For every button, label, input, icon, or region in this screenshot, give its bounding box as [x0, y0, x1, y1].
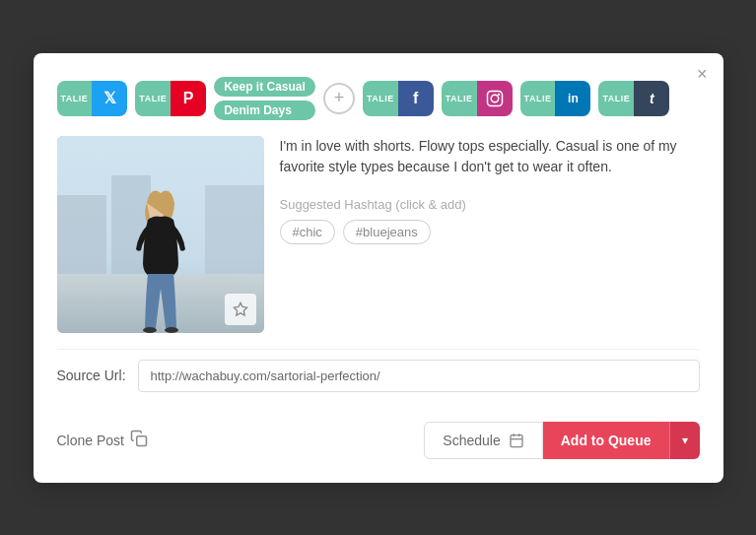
- calendar-icon: [509, 433, 524, 448]
- star-button[interactable]: [225, 294, 256, 325]
- talie-label-pinterest: TALIE: [135, 81, 171, 116]
- schedule-button[interactable]: Schedule: [424, 422, 542, 459]
- account-chip-twitter[interactable]: TALIE 𝕏: [57, 81, 128, 116]
- svg-rect-5: [57, 195, 106, 274]
- svg-point-10: [165, 327, 178, 333]
- modal-dialog: × TALIE 𝕏 TALIE P Keep it Casual Denim D…: [34, 53, 723, 483]
- account-chip-linkedin[interactable]: TALIE in: [520, 81, 591, 116]
- accounts-row: TALIE 𝕏 TALIE P Keep it Casual Denim Day…: [57, 77, 700, 120]
- hashtag-chic[interactable]: #chic: [280, 220, 335, 244]
- instagram-icon: [477, 81, 513, 116]
- source-url-input[interactable]: [138, 360, 700, 392]
- svg-rect-13: [511, 435, 522, 446]
- svg-rect-7: [205, 185, 264, 274]
- account-chip-tumblr[interactable]: TALIE t: [598, 81, 669, 116]
- svg-rect-12: [137, 435, 147, 445]
- talie-label-linkedin: TALIE: [520, 81, 556, 116]
- modal-overlay: × TALIE 𝕏 TALIE P Keep it Casual Denim D…: [0, 0, 756, 535]
- tag-denim-days[interactable]: Denim Days: [214, 100, 315, 120]
- talie-label-instagram: TALIE: [442, 81, 477, 116]
- add-account-button[interactable]: +: [323, 83, 355, 114]
- pinterest-icon: P: [171, 81, 206, 116]
- twitter-icon: 𝕏: [92, 81, 127, 116]
- source-url-row: Source Url:: [57, 349, 700, 402]
- tumblr-icon: t: [634, 81, 669, 116]
- facebook-icon: f: [398, 81, 434, 116]
- hashtags-container: #chic #bluejeans: [280, 220, 700, 244]
- clone-post-label: Clone Post: [57, 433, 124, 448]
- post-description: I'm in love with shorts. Flowy tops espe…: [280, 136, 700, 177]
- schedule-label: Schedule: [443, 433, 500, 448]
- svg-rect-0: [487, 91, 502, 105]
- post-image-container: [57, 136, 264, 333]
- source-url-label: Source Url:: [57, 368, 126, 383]
- talie-label-tumblr: TALIE: [598, 81, 634, 116]
- talie-label-twitter: TALIE: [57, 81, 93, 116]
- account-chip-instagram[interactable]: TALIE: [442, 81, 513, 116]
- clone-icon: [130, 430, 148, 451]
- tag-group: Keep it Casual Denim Days: [214, 77, 315, 120]
- hashtag-bluejeans[interactable]: #bluejeans: [343, 220, 431, 244]
- bottom-bar: Clone Post Schedule: [57, 422, 700, 459]
- close-button[interactable]: ×: [697, 65, 708, 83]
- hashtag-label: Suggested Hashtag (click & add): [280, 197, 700, 212]
- svg-point-1: [491, 95, 499, 102]
- content-area: I'm in love with shorts. Flowy tops espe…: [57, 136, 700, 333]
- post-text-area: I'm in love with shorts. Flowy tops espe…: [280, 136, 700, 333]
- svg-point-9: [143, 327, 157, 333]
- right-actions: Schedule Add to Queue ▾: [424, 422, 699, 459]
- add-to-queue-dropdown[interactable]: ▾: [669, 422, 700, 459]
- account-chip-facebook[interactable]: TALIE f: [363, 81, 434, 116]
- linkedin-icon: in: [555, 81, 590, 116]
- svg-point-2: [498, 93, 500, 95]
- clone-post-button[interactable]: Clone Post: [57, 430, 148, 451]
- tag-keep-it-casual[interactable]: Keep it Casual: [214, 77, 315, 97]
- add-to-queue-button[interactable]: Add to Queue: [543, 422, 669, 459]
- talie-label-facebook: TALIE: [363, 81, 398, 116]
- account-chip-pinterest[interactable]: TALIE P: [135, 81, 206, 116]
- svg-marker-11: [234, 302, 246, 315]
